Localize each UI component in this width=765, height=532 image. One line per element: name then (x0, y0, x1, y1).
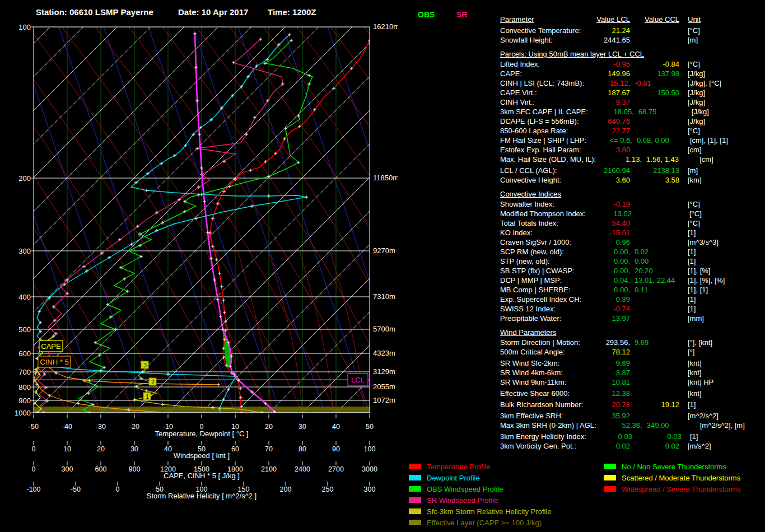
value-lcl: 0.00, (584, 285, 630, 295)
param-label: KO Index: (500, 228, 584, 237)
pressure-tick-label: 800 (18, 383, 31, 391)
value-extra: 20.20 (630, 266, 679, 276)
param-label: SCP RM (new, old): (500, 247, 584, 256)
parameter-table-header: Parameter Value LCL Value CCL Unit (500, 15, 763, 26)
param-label: Snowfall Height: (500, 35, 584, 45)
altitude-label: 16210m (373, 22, 398, 31)
value-lcl: 293.56, (584, 338, 630, 347)
table-row: FM Hail Size | SHIP | LHP:<= 0.6,0.08, 0… (500, 136, 763, 145)
axis-tick-label: 50 (366, 423, 374, 431)
table-row: Max. Hail Size (OLD, MU, IL):1.13,1.56, … (500, 155, 763, 164)
param-label: Precipitable Water: (500, 314, 584, 323)
value-lcl: 0.00, (584, 247, 630, 256)
profile-legend: Temperature ProfileDewpoint ProfileOBS W… (409, 461, 552, 528)
value-ccl (630, 35, 679, 45)
lcl-label: LCL (351, 376, 365, 384)
value-ccl (630, 199, 679, 209)
table-row: STP (new, old):0.00,0.00[1] (500, 256, 763, 266)
param-label: Exp. Supercell Index CH: (500, 295, 584, 304)
axis-title: Windspeed [ knt ] (174, 451, 230, 460)
unit-label: [knt] (688, 368, 702, 377)
pressure-tick-label: 900 (18, 396, 31, 405)
table-row: Precipitable Water:13.97[mm] (500, 314, 763, 323)
value-ccl (630, 26, 679, 35)
unit-label: [1] (688, 228, 696, 237)
table-row: Snowfall Height:2441.65[m] (500, 35, 763, 45)
value-lcl: 0.02 (584, 441, 630, 451)
pressure-tick-label: 200 (18, 174, 31, 183)
value-extra: 349.00 (642, 421, 692, 430)
value-extra: 68.75 (634, 107, 683, 116)
legend-swatch (604, 486, 616, 492)
axis-tick-label: 10 (63, 445, 71, 453)
axis-tick-label: 20 (97, 445, 105, 453)
svg-text:1: 1 (146, 393, 149, 400)
table-row: CINH Virt.:9.37[J/kg] (500, 97, 763, 107)
unit-label: [knt] HP (688, 377, 713, 387)
obs-wind-column-label: OBS (418, 10, 435, 19)
axis-tick-label: -20 (129, 423, 139, 431)
unit-label: [J/kg] (688, 88, 705, 97)
value-lcl: 13.97 (584, 314, 630, 323)
header-parameter: Parameter (500, 15, 584, 26)
param-label: 500m Critical Angle: (500, 347, 584, 357)
table-row: SWISS 12 Index:-0.74[1] (500, 304, 763, 314)
pressure-tick-label: 700 (18, 368, 31, 376)
value-ccl: 0.03 (632, 432, 682, 441)
table-row: Convective Temperature:21.24[°C] (500, 26, 763, 35)
legend-swatch (409, 497, 421, 503)
table-row: SR Wind 9km-11km:10.81[knt] HP (500, 377, 763, 387)
value-lcl: 22.77 (584, 126, 630, 136)
pressure-tick-label: 500 (18, 325, 31, 334)
axis-tick-label: 20 (265, 423, 273, 431)
value-lcl: 52.36, (596, 421, 642, 430)
legend-item: Scattered / Moderate Thunderstorms (604, 472, 740, 483)
altitude-label: 2055m (373, 382, 395, 391)
legend-swatch (604, 464, 616, 469)
section-title: Wind Parameters (500, 328, 763, 338)
legend-swatch (409, 508, 421, 514)
value-ccl (630, 314, 679, 323)
pressure-tick-label: 400 (18, 293, 31, 301)
param-label: CAPE Virt.: (500, 88, 584, 97)
value-ccl (630, 368, 679, 377)
table-row: Convective Height:3.603.58[km] (500, 175, 763, 185)
param-label: Convective Temperature: (500, 26, 584, 35)
value-lcl: 3.87 (584, 368, 630, 377)
value-ccl (630, 411, 679, 421)
param-label: Bulk Richardson Number: (500, 400, 584, 409)
param-label: CAPE: (500, 69, 584, 78)
value-lcl: 0.04, (584, 276, 630, 285)
axis-tick-label: 600 (95, 465, 107, 473)
pressure-tick-label: 100 (18, 23, 31, 31)
value-lcl: 2160.94 (584, 166, 630, 175)
value-ccl: 137.98 (630, 69, 679, 78)
param-label: 3km SFC CAPE | IL CAPE: (500, 107, 588, 116)
axis-tick-label: 100 (364, 445, 376, 453)
table-row: Exp. Supercell Index CH:0.39[1] (500, 295, 763, 304)
unit-label: [cm] (688, 145, 702, 155)
value-ccl (630, 97, 679, 107)
param-label: DCAPE (LFS = 556mB): (500, 116, 584, 126)
unit-label: [J/kg] (692, 107, 709, 116)
param-label: STP (new, old): (500, 256, 584, 266)
value-extra: 0.08, 0.00 (632, 136, 682, 145)
axis-title: Storm Relative Helicity [ m^2/s^2 ] (147, 492, 256, 500)
legend-swatch (409, 464, 421, 469)
altitude-label: 9270m (373, 246, 395, 255)
param-label: SWISS 12 Index: (500, 304, 584, 314)
param-label: Storm Direction | Motion: (500, 338, 584, 347)
value-ccl (630, 377, 679, 387)
legend-label: Widespread / Severe Thunderstorms (622, 485, 740, 493)
axis-tick-label: 40 (164, 445, 172, 453)
unit-label: [1] (688, 295, 696, 304)
table-row: Bulk Richardson Number:20.7819.12[1] (500, 400, 763, 409)
value-lcl: 149.96 (584, 69, 630, 78)
value-lcl: -0.95 (584, 59, 630, 69)
axis-tick-label: -50 (71, 486, 81, 493)
value-lcl: 35.92 (584, 411, 630, 421)
value-lcl: 9.37 (584, 97, 630, 107)
param-label: SR Wind 4km-6km: (500, 368, 584, 377)
param-label: LCL / CCL (AGL): (500, 166, 584, 175)
table-row: Estofex Exp. Hail Param:3.80[cm] (500, 145, 763, 155)
